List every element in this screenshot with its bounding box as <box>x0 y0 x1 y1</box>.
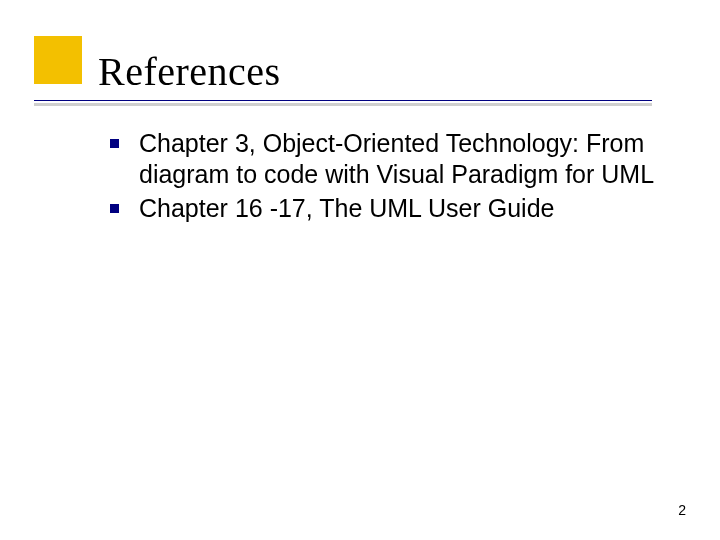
square-bullet-icon <box>110 204 119 213</box>
square-bullet-icon <box>110 139 119 148</box>
title-accent-block <box>34 36 82 84</box>
list-item-text: Chapter 3, Object-Oriented Technology: F… <box>139 128 670 191</box>
title-underline <box>34 100 652 101</box>
list-item-text: Chapter 16 -17, The UML User Guide <box>139 193 554 224</box>
content-area: Chapter 3, Object-Oriented Technology: F… <box>110 128 670 226</box>
title-underline-shadow <box>34 103 652 106</box>
slide-title: References <box>98 48 281 95</box>
slide: References Chapter 3, Object-Oriented Te… <box>0 0 720 540</box>
page-number: 2 <box>678 502 686 518</box>
list-item: Chapter 3, Object-Oriented Technology: F… <box>110 128 670 191</box>
list-item: Chapter 16 -17, The UML User Guide <box>110 193 670 224</box>
